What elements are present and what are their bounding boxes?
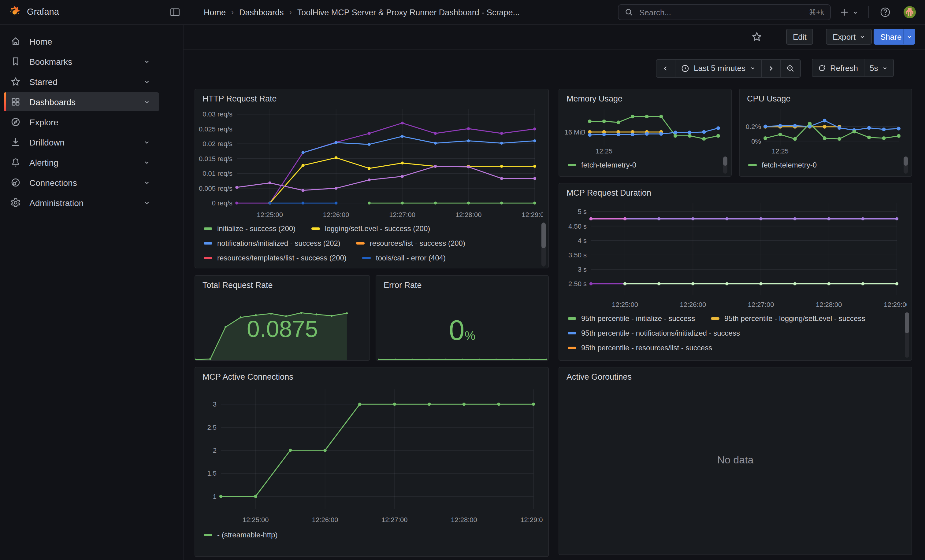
svg-text:1: 1 [213, 493, 217, 500]
svg-text:12:25:00: 12:25:00 [243, 516, 269, 524]
user-avatar[interactable] [904, 6, 916, 18]
legend-item[interactable]: notifications/initialized - success (202… [204, 239, 340, 248]
legend-scrollbar[interactable] [905, 312, 909, 357]
http-request-rate-chart[interactable]: 0 req/s0.005 req/s0.01 req/s0.015 req/s0… [197, 104, 543, 220]
compass-icon [11, 117, 21, 127]
panel-mcp-request-duration: MCP Request Duration 2.50 s3 s3.50 s4 s4… [559, 183, 912, 361]
edit-button[interactable]: Edit [786, 29, 814, 45]
time-controls: Last 5 minutes Refresh 5s [656, 59, 894, 77]
sidebar-item-label: Connections [29, 177, 77, 188]
favorite-star-icon[interactable] [751, 31, 762, 42]
panel-title[interactable]: Active Goroutines [566, 372, 632, 381]
legend-item[interactable]: resources/templates/list - success (200) [204, 254, 346, 262]
legend-item[interactable]: 95th percentile - resources/templates/li… [568, 358, 746, 361]
chevron-down-icon [906, 34, 912, 39]
sidebar-item-label: Alerting [29, 158, 59, 167]
cpu-usage-chart[interactable]: 0.2%0%12:25 [741, 105, 905, 156]
legend-item[interactable]: 95th percentile - logging/setLevel - suc… [711, 314, 865, 323]
refresh-interval-select[interactable]: 5s [864, 59, 894, 77]
sidebar-item-connections[interactable]: Connections [4, 173, 159, 192]
legend-scrollbar[interactable] [541, 222, 546, 267]
toolbar-divider [773, 30, 773, 43]
chevron-down-icon[interactable] [143, 78, 151, 85]
svg-text:12:25: 12:25 [595, 147, 612, 155]
sidebar-item-explore[interactable]: Explore [4, 113, 159, 131]
zoom-out-icon [786, 64, 794, 72]
search-icon [625, 8, 633, 17]
svg-text:2.5: 2.5 [207, 424, 217, 431]
legend-item[interactable]: - (streamable-http) [204, 531, 277, 539]
svg-text:12:28:00: 12:28:00 [816, 301, 842, 308]
sidebar-item-drilldown[interactable]: Drilldown [4, 133, 159, 152]
legend-item[interactable]: tools/call - error (404) [363, 254, 446, 262]
chevron-down-icon[interactable] [143, 98, 151, 105]
panel-title[interactable]: MCP Active Connections [202, 372, 293, 381]
svg-text:1.5: 1.5 [207, 470, 217, 477]
breadcrumb-home[interactable]: Home [204, 8, 226, 17]
panel-cpu-usage: CPU Usage 0.2%0%12:25 fetch-telemetry-0 [739, 89, 912, 177]
sidebar-item-starred[interactable]: Starred [4, 72, 159, 91]
sidebar-item-administration[interactable]: Administration [4, 193, 159, 212]
panel-title[interactable]: Memory Usage [566, 94, 622, 103]
time-back-button[interactable] [656, 59, 675, 77]
legend-item[interactable]: resources/list - success (200) [356, 239, 465, 248]
chevron-down-icon[interactable] [143, 138, 151, 146]
grafana-logo-icon[interactable] [8, 5, 22, 20]
svg-text:0 req/s: 0 req/s [212, 199, 232, 207]
svg-text:5 s: 5 s [578, 208, 587, 216]
stat-value: 0.0875 [195, 316, 369, 342]
panel-active-goroutines: Active Goroutines No data [559, 367, 912, 555]
panel-title[interactable]: CPU Usage [747, 94, 791, 103]
export-button[interactable]: Export [826, 29, 871, 45]
svg-text:12:29:00: 12:29:00 [521, 211, 543, 219]
memory-usage-chart[interactable]: 16 MiB12:25 [560, 105, 724, 156]
legend-item[interactable]: initialize - success (200) [204, 224, 295, 233]
breadcrumb-dashboards[interactable]: Dashboards [239, 8, 284, 17]
share-menu-button[interactable] [903, 29, 915, 45]
sidebar-item-bookmarks[interactable]: Bookmarks [4, 52, 159, 71]
svg-text:0%: 0% [751, 138, 761, 145]
legend-item[interactable]: 95th percentile - initialize - success [568, 314, 695, 323]
legend-item[interactable]: logging/setLevel - success (200) [311, 224, 430, 233]
help-icon[interactable] [880, 7, 891, 18]
mcp-request-duration-chart[interactable]: 2.50 s3 s3.50 s4 s4.50 s5 s12:25:0012:26… [562, 198, 907, 310]
time-forward-button[interactable] [761, 59, 780, 77]
svg-text:12:29:00: 12:29:00 [884, 301, 907, 308]
refresh-button[interactable]: Refresh [812, 59, 864, 77]
chevron-down-icon[interactable] [143, 58, 151, 65]
chevron-down-icon[interactable] [143, 159, 151, 166]
sidebar-item-alerting[interactable]: Alerting [4, 153, 159, 172]
bookmark-icon [11, 56, 21, 67]
sidebar-item-home[interactable]: Home [4, 32, 159, 51]
panel-title[interactable]: Total Request Rate [202, 281, 273, 290]
panel-total-request-rate: Total Request Rate 0.0875 [194, 275, 370, 361]
chevron-down-icon [750, 65, 755, 71]
breadcrumb: Home › Dashboards › ToolHive MCP Server … [204, 0, 520, 24]
legend-item[interactable]: 95th percentile - resources/list - succe… [568, 344, 712, 352]
sidebar-item-label: Starred [29, 77, 57, 87]
error-rate-sparkline [376, 353, 548, 360]
legend-item[interactable]: fetch-telemetry-0 [748, 161, 817, 169]
sidebar-toggle-icon[interactable] [169, 7, 181, 18]
cpu-legend: fetch-telemetry-0 [740, 158, 899, 174]
panel-title[interactable]: HTTP Request Rate [202, 94, 277, 103]
sidebar-item-label: Drilldown [29, 137, 65, 147]
legend-scrollbar[interactable] [904, 156, 908, 174]
chevron-down-icon[interactable] [143, 179, 151, 186]
sidebar-item-dashboards[interactable]: Dashboards [4, 92, 159, 111]
legend-item[interactable]: 95th percentile - notifications/initiali… [568, 329, 740, 338]
time-range-picker[interactable]: Last 5 minutes [675, 59, 761, 77]
chevron-down-icon[interactable] [143, 199, 151, 206]
add-new-icon[interactable] [839, 8, 849, 17]
mcp-active-connections-chart[interactable]: 11.522.5312:25:0012:26:0012:27:0012:28:0… [197, 383, 543, 525]
legend-item[interactable]: fetch-telemetry-0 [568, 161, 636, 169]
panel-title[interactable]: Error Rate [384, 281, 422, 290]
add-new-caret-icon[interactable] [852, 10, 858, 16]
zoom-out-button[interactable] [780, 59, 800, 77]
search-input-wrap[interactable]: ⌘+k [618, 4, 831, 20]
memory-legend: fetch-telemetry-0 [559, 158, 718, 174]
refresh-icon [818, 64, 826, 72]
search-input[interactable] [638, 7, 804, 17]
panel-title[interactable]: MCP Request Duration [566, 188, 651, 197]
legend-scrollbar[interactable] [723, 156, 728, 174]
